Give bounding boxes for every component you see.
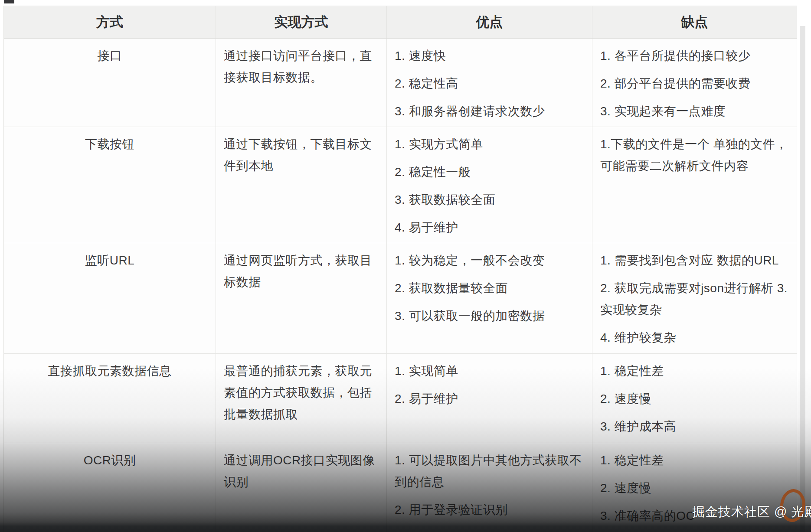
list-item: 1. 稳定性差 xyxy=(600,360,789,382)
list-item: 1. 实现简单 xyxy=(395,360,584,382)
list-item: 1. 需要找到包含对应 数据的URL xyxy=(600,250,789,271)
table-row: 直接抓取元素数据信息最普通的捕获元素，获取元素值的方式获取数据，包括批量数据抓取… xyxy=(4,354,797,443)
cell-pros: 1. 实现方式简单2. 稳定性一般3. 获取数据较全面4. 易于维护 xyxy=(387,127,592,243)
list-item: 1. 稳定性差 xyxy=(600,450,789,471)
table-header-row: 方式实现方式优点缺点 xyxy=(4,6,797,39)
header-cell-2: 优点 xyxy=(387,6,592,38)
cell-implementation: 通过调用OCR接口实现图像识别 xyxy=(216,443,387,532)
list-item: 1. 可以提取图片中其他方式获取不到的信息 xyxy=(395,450,584,493)
list-item: 接口 xyxy=(12,45,208,67)
list-item: 2. 稳定性高 xyxy=(395,73,584,95)
list-item: 2. 速度慢 xyxy=(600,477,789,499)
cell-pros: 1. 较为稳定，一般不会改变2. 获取数据量较全面3. 可以获取一般的加密数据 xyxy=(387,243,592,353)
list-item: 通过接口访问平台接口，直接获取目标数据。 xyxy=(224,45,379,88)
list-item: 3. 实现起来有一点难度 xyxy=(600,101,789,122)
list-item: 2. 获取数据量较全面 xyxy=(395,277,584,299)
table-row: 接口通过接口访问平台接口，直接获取目标数据。1. 速度快2. 稳定性高3. 和服… xyxy=(4,39,797,127)
header-cell-3: 缺点 xyxy=(592,6,797,38)
header-cell-0: 方式 xyxy=(4,6,216,38)
cell-method: OCR识别 xyxy=(4,443,216,532)
cell-pros: 1. 可以提取图片中其他方式获取不到的信息2. 用于登录验证识别 xyxy=(387,443,592,532)
list-item: 2. 速度慢 xyxy=(600,388,789,410)
cell-implementation: 最普通的捕获元素，获取元素值的方式获取数据，包括批量数据抓取 xyxy=(216,354,387,443)
list-item: OCR识别 xyxy=(12,450,208,471)
list-item: 通过下载按钮，下载目标文件到本地 xyxy=(224,134,379,177)
list-item: 4. 易于维护 xyxy=(395,217,584,238)
cell-cons: 1.下载的文件是一个 单独的文件，可能需要二次解析文件内容 xyxy=(592,127,797,243)
table-row: 监听URL通过网页监听方式，获取目标数据1. 较为稳定，一般不会改变2. 获取数… xyxy=(4,243,797,354)
cell-method: 直接抓取元素数据信息 xyxy=(4,354,216,443)
list-item: 1. 实现方式简单 xyxy=(395,134,584,155)
cell-implementation: 通过下载按钮，下载目标文件到本地 xyxy=(216,127,387,243)
cell-cons: 1. 需要找到包含对应 数据的URL2. 获取完成需要对json进行解析 3. … xyxy=(592,243,797,353)
cell-pros: 1. 实现简单2. 易于维护 xyxy=(387,354,592,443)
list-item: 4. 维护较复杂 xyxy=(600,327,789,349)
list-item: 3. 获取数据较全面 xyxy=(395,189,584,211)
list-item: 最普通的捕获元素，获取元素值的方式获取数据，包括批量数据抓取 xyxy=(224,360,379,425)
video-frame: 方式实现方式优点缺点 接口通过接口访问平台接口，直接获取目标数据。1. 速度快2… xyxy=(0,0,811,532)
corner-mark xyxy=(4,0,14,3)
list-item: 通过网页监听方式，获取目标数据 xyxy=(224,250,379,293)
table-row: 下载按钮通过下载按钮，下载目标文件到本地1. 实现方式简单2. 稳定性一般3. … xyxy=(4,127,797,243)
cell-pros: 1. 速度快2. 稳定性高3. 和服务器创建请求次数少 xyxy=(387,39,592,127)
list-item: 3. 可以获取一般的加密数据 xyxy=(395,305,584,327)
list-item: 2. 用于登录验证识别 xyxy=(395,499,584,521)
list-item: 1. 各平台所提供的接口较少 xyxy=(600,45,789,67)
list-item: 通过调用OCR接口实现图像识别 xyxy=(224,450,379,493)
list-item: 3. 维护成本高 xyxy=(600,416,789,437)
list-item: 2. 获取完成需要对json进行解析 3. 实现较复杂 xyxy=(600,277,789,321)
header-cell-1: 实现方式 xyxy=(216,6,387,38)
list-item: 1. 较为稳定，一般不会改变 xyxy=(395,250,584,271)
cell-cons: 1. 各平台所提供的接口较少2. 部分平台提供的需要收费3. 实现起来有一点难度 xyxy=(592,39,797,127)
list-item: 3. 和服务器创建请求次数少 xyxy=(395,101,584,122)
cell-implementation: 通过接口访问平台接口，直接获取目标数据。 xyxy=(216,39,387,127)
table-row: OCR识别通过调用OCR接口实现图像识别1. 可以提取图片中其他方式获取不到的信… xyxy=(4,443,797,532)
scrollbar-track[interactable] xyxy=(800,26,805,532)
list-item: 2. 易于维护 xyxy=(395,388,584,410)
cell-method: 接口 xyxy=(4,39,216,127)
cell-method: 监听URL xyxy=(4,243,216,353)
cell-cons: 1. 稳定性差2. 速度慢3. 维护成本高 xyxy=(592,354,797,443)
watermark: 掘金技术社区 @ 光殿 xyxy=(692,504,811,519)
cell-method: 下载按钮 xyxy=(4,127,216,243)
list-item: 监听URL xyxy=(12,250,208,271)
list-item: 直接抓取元素数据信息 xyxy=(12,360,208,382)
list-item: 下载按钮 xyxy=(12,134,208,155)
list-item: 2. 部分平台提供的需要收费 xyxy=(600,73,789,95)
list-item: 1. 速度快 xyxy=(395,45,584,67)
list-item: 1.下载的文件是一个 单独的文件，可能需要二次解析文件内容 xyxy=(600,134,789,177)
table-body: 接口通过接口访问平台接口，直接获取目标数据。1. 速度快2. 稳定性高3. 和服… xyxy=(4,39,797,532)
list-item: 2. 稳定性一般 xyxy=(395,161,584,183)
cell-implementation: 通过网页监听方式，获取目标数据 xyxy=(216,243,387,353)
comparison-table: 方式实现方式优点缺点 接口通过接口访问平台接口，直接获取目标数据。1. 速度快2… xyxy=(3,6,797,532)
